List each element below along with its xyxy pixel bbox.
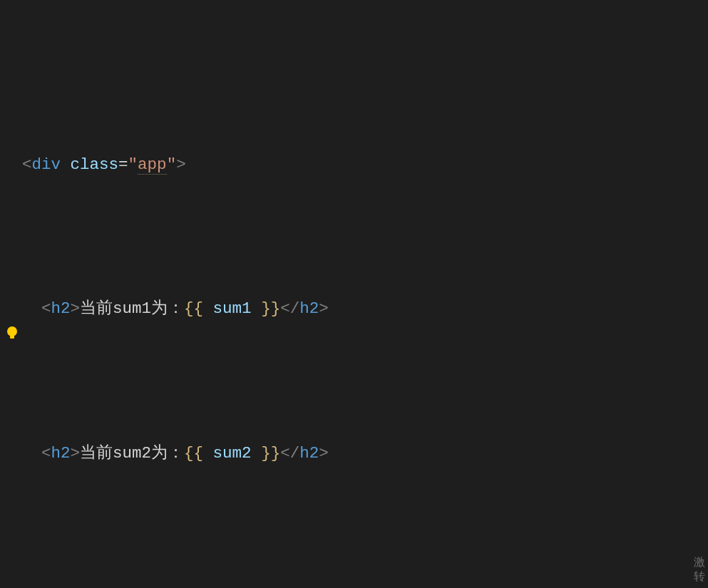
code-editor[interactable]: <div class="app"> <h2>当前sum1为：{{ sum1 }}… — [0, 0, 708, 588]
code-line[interactable]: <div class="app"> — [0, 150, 708, 180]
watermark-text: 激 转 — [694, 555, 705, 584]
code-line[interactable]: <h2>当前sum2为：{{ sum2 }}</h2> — [0, 439, 708, 468]
code-line[interactable]: <button @click="changeSum1">点我sum1+1</bu… — [0, 583, 708, 588]
lightbulb-icon[interactable] — [7, 326, 17, 336]
code-line[interactable]: <h2>当前sum1为：{{ sum1 }}</h2> — [0, 294, 708, 324]
